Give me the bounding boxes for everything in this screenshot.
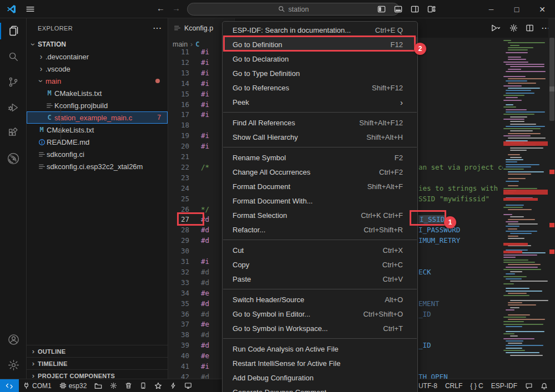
menu-item-go-to-type-definition[interactable]: Go to Type Definition xyxy=(223,66,417,80)
explorer-icon[interactable] xyxy=(0,18,27,44)
settings-icon[interactable] xyxy=(0,352,27,378)
chevron-right-icon: › xyxy=(29,347,38,355)
tree-item-readme-md[interactable]: README.md xyxy=(27,136,168,148)
menu-item-format-selection[interactable]: Format SelectionCtrl+K Ctrl+F xyxy=(223,208,417,222)
status-star[interactable] xyxy=(150,379,166,392)
menu-item-go-to-symbol-in-workspace[interactable]: Go to Symbol in Workspace...Ctrl+T xyxy=(223,321,417,335)
menu-item-restart-intellisense-for-active-file[interactable]: Restart IntelliSense for Active File xyxy=(223,356,417,370)
menu-item-go-to-symbol-in-editor[interactable]: Go to Symbol in Editor...Ctrl+Shift+O xyxy=(223,307,417,321)
status-monitor[interactable] xyxy=(180,379,196,392)
minimap-match-highlight xyxy=(503,251,522,253)
menu-item-change-all-occurrences[interactable]: Change All OccurrencesCtrl+F2 xyxy=(223,165,417,179)
menu-hamburger-icon[interactable] xyxy=(26,4,35,14)
status-utf-8[interactable]: UTF-8 xyxy=(415,379,441,392)
status-bell[interactable] xyxy=(537,379,552,392)
tree-item-station[interactable]: ›STATION xyxy=(27,38,168,50)
search-input[interactable]: station xyxy=(187,3,400,16)
menu-item-shortcut: Shift+F12 xyxy=(372,84,403,92)
split-editor-icon[interactable] xyxy=(526,24,534,32)
code-text: EMENT xyxy=(418,299,440,308)
menu-item-refactor[interactable]: Refactor...Ctrl+Shift+R xyxy=(223,222,417,237)
menu-item-rename-symbol[interactable]: Rename SymbolF2 xyxy=(223,150,417,165)
tree-item-sdkconfig-ci-esp32c2-xtal26m[interactable]: sdkconfig.ci.esp32c2_xtal26m xyxy=(27,160,168,172)
section-outline[interactable]: ›OUTLINE xyxy=(27,345,168,357)
tree-item-kconfig-projbuild[interactable]: Kconfig.projbuild xyxy=(27,99,168,111)
menu-item-esp-idf-search-in-documentation[interactable]: ESP-IDF: Search in documentation...Ctrl+… xyxy=(223,23,417,37)
status--c[interactable]: { } C xyxy=(466,379,487,392)
gear-icon[interactable] xyxy=(509,24,518,32)
sidebar-more-icon[interactable]: ··· xyxy=(153,24,162,32)
maximize-button[interactable]: □ xyxy=(504,0,529,18)
status-com1[interactable]: COM1 xyxy=(19,379,56,392)
menu-item-peek[interactable]: Peek› xyxy=(223,95,417,109)
menu-item-format-document[interactable]: Format DocumentShift+Alt+F xyxy=(223,179,417,194)
toggle-panel-icon[interactable] xyxy=(394,5,402,13)
nav-back-icon[interactable]: ← xyxy=(157,3,165,13)
layout-controls xyxy=(377,0,436,18)
customize-layout-icon[interactable] xyxy=(427,5,436,13)
extensions-icon[interactable] xyxy=(0,120,27,146)
status-esp-idf[interactable]: ESP-IDF xyxy=(487,379,521,392)
menu-item-go-to-declaration[interactable]: Go to Declaration xyxy=(223,52,417,66)
toggle-sidebar-icon[interactable] xyxy=(377,5,386,13)
line-number: 30 xyxy=(168,247,201,255)
tree-item--vscode[interactable]: ›.vscode xyxy=(27,63,168,75)
code-fragment-line-32: ECK xyxy=(418,267,503,277)
status-device[interactable] xyxy=(136,379,150,392)
account-icon[interactable] xyxy=(0,327,27,352)
status-left: COM1esp32 xyxy=(0,379,196,392)
minimize-button[interactable]: ─ xyxy=(478,0,504,18)
esp-idf-icon[interactable] xyxy=(0,146,27,171)
close-button[interactable]: ✕ xyxy=(529,0,555,18)
code-text: _ID xyxy=(418,310,431,318)
status-feedback[interactable] xyxy=(521,379,537,392)
menu-item-show-call-hierarchy[interactable]: Show Call HierarchyShift+Alt+H xyxy=(223,130,417,144)
code-line-27: 27#d xyxy=(168,214,209,225)
tree-item-label: .vscode xyxy=(46,65,70,73)
status-flash-folder[interactable] xyxy=(90,379,106,392)
status-label: esp32 xyxy=(69,382,87,390)
status-gear[interactable] xyxy=(106,379,121,392)
menu-item-cut[interactable]: CutCtrl+X xyxy=(223,243,417,257)
status-esp32[interactable]: esp32 xyxy=(56,379,91,392)
menu-item-run-code-analysis-on-active-file[interactable]: Run Code Analysis on Active File xyxy=(223,342,417,356)
tree-item-cmakelists-txt[interactable]: MCMakeLists.txt xyxy=(27,87,168,99)
breadcrumb-folder[interactable]: main xyxy=(173,40,188,48)
menu-item-generate-doxygen-comment[interactable]: Generate Doxygen Comment xyxy=(223,385,417,392)
search-icon[interactable] xyxy=(0,44,27,69)
code-fragment-line-39: _ID xyxy=(418,340,503,350)
menu-item-format-document-with[interactable]: Format Document With... xyxy=(223,194,417,208)
scrollbar-thumb[interactable] xyxy=(549,38,554,121)
run-debug-icon[interactable] xyxy=(0,95,27,120)
breadcrumb[interactable]: main › C xyxy=(173,39,200,50)
tree-item-cmakelists-txt[interactable]: MCMakeLists.txt xyxy=(27,124,168,136)
status-remote[interactable] xyxy=(0,379,19,392)
code-fragment-line-25: SSID "mywifissid" xyxy=(418,194,503,204)
line-number: 35 xyxy=(168,299,201,308)
tree-item-main[interactable]: ›main xyxy=(27,75,168,87)
status-trash[interactable] xyxy=(121,379,136,392)
menu-item-find-all-references[interactable]: Find All ReferencesShift+Alt+F12 xyxy=(223,115,417,130)
code-text: #i xyxy=(201,131,209,140)
tree-item-station-example-main-c[interactable]: Cstation_example_main.c7 xyxy=(27,111,168,124)
source-control-icon[interactable] xyxy=(0,69,27,95)
status-crlf[interactable]: CRLF xyxy=(441,379,466,392)
menu-item-go-to-definition[interactable]: Go to DefinitionF12 xyxy=(223,37,417,52)
menu-item-add-debug-configuration[interactable]: Add Debug Configuration xyxy=(223,370,417,385)
toggle-secondary-sidebar-icon[interactable] xyxy=(411,5,419,13)
section-timeline[interactable]: ›TIMELINE xyxy=(27,357,168,369)
status-lightning[interactable] xyxy=(166,379,180,392)
menu-item-paste[interactable]: PasteCtrl+V xyxy=(223,272,417,286)
menu-item-shortcut: Ctrl+F2 xyxy=(379,168,403,176)
menu-item-label: Paste xyxy=(233,275,251,283)
code-line-13: 13#i xyxy=(168,68,209,78)
minimap[interactable] xyxy=(502,37,548,369)
tree-item-sdkconfig-ci[interactable]: sdkconfig.ci xyxy=(27,148,168,160)
tree-item--devcontainer[interactable]: ›.devcontainer xyxy=(27,50,168,63)
tree-item-label: .devcontainer xyxy=(46,53,89,61)
menu-item-go-to-references[interactable]: Go to ReferencesShift+F12 xyxy=(223,80,417,95)
menu-item-switch-header-source[interactable]: Switch Header/SourceAlt+O xyxy=(223,292,417,307)
run-dropdown-icon[interactable] xyxy=(488,24,502,32)
menu-item-label: Go to Symbol in Workspace... xyxy=(233,324,328,333)
menu-item-copy[interactable]: CopyCtrl+C xyxy=(223,257,417,272)
